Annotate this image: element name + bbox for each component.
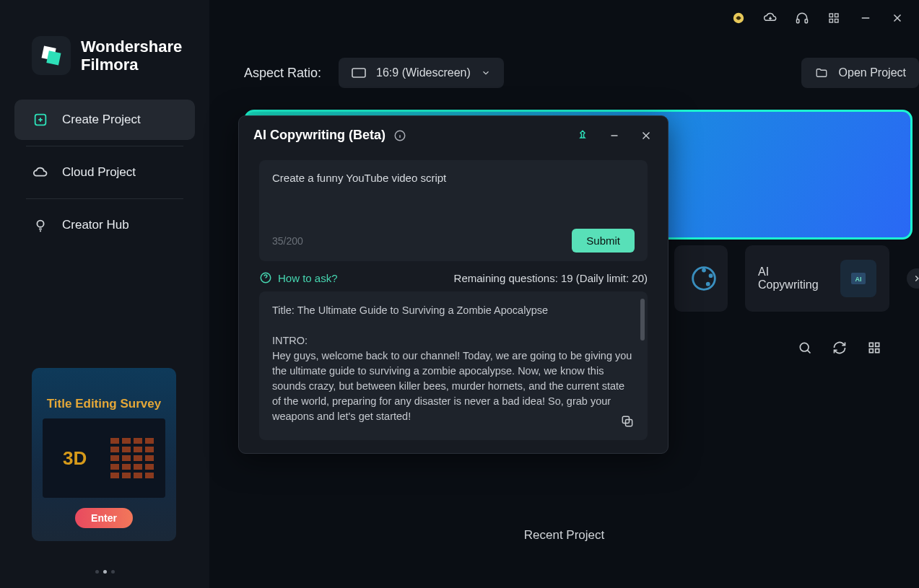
carousel-dots[interactable] bbox=[0, 570, 209, 574]
feature-card-ai-copywriting[interactable]: AI Copywriting AI bbox=[745, 245, 889, 312]
svg-rect-4 bbox=[835, 14, 839, 17]
folder-icon bbox=[814, 66, 829, 79]
svg-rect-3 bbox=[829, 14, 833, 17]
close-icon[interactable] bbox=[890, 11, 905, 25]
aspect-ratio-label: Aspect Ratio: bbox=[244, 66, 321, 81]
film-reel-icon bbox=[687, 261, 720, 296]
svg-rect-18 bbox=[352, 69, 365, 77]
result-text[interactable]: Title: The Ultimate Guide to Surviving a… bbox=[272, 303, 635, 440]
svg-line-26 bbox=[807, 350, 810, 353]
grid-view-icon[interactable] bbox=[867, 341, 881, 358]
result-box: Title: The Ultimate Guide to Surviving a… bbox=[259, 291, 648, 440]
plus-square-icon bbox=[32, 111, 49, 128]
prompt-box: Create a funny YouTube video script 35/2… bbox=[259, 160, 648, 261]
prompt-input[interactable]: Create a funny YouTube video script bbox=[272, 172, 635, 204]
sidebar-item-label: Cloud Project bbox=[62, 165, 136, 180]
dialog-title: AI Copywriting (Beta) bbox=[253, 128, 386, 143]
feature-card-partial[interactable] bbox=[674, 245, 728, 312]
divider bbox=[26, 198, 183, 199]
recent-project-label: Recent Project bbox=[209, 528, 919, 543]
survey-preview: 3D bbox=[43, 418, 165, 498]
dialog-header: AI Copywriting (Beta) bbox=[239, 116, 668, 150]
sidebar-item-label: Creator Hub bbox=[62, 218, 129, 232]
survey-3d-badge: 3D bbox=[63, 447, 87, 470]
open-project-button[interactable]: Open Project bbox=[801, 58, 919, 88]
open-project-label: Open Project bbox=[839, 66, 906, 79]
app-logo: Wondershare Filmora bbox=[0, 0, 209, 97]
feature-next-button[interactable] bbox=[907, 268, 919, 289]
help-row: How to ask? Remaining questions: 19 (Dai… bbox=[259, 271, 648, 284]
app-name-2: Filmora bbox=[81, 56, 182, 74]
grid-icon[interactable] bbox=[827, 11, 841, 25]
aspect-ratio-select[interactable]: 16:9 (Widescreen) bbox=[339, 58, 504, 88]
scrollbar[interactable] bbox=[640, 299, 645, 341]
title-bar bbox=[209, 0, 919, 36]
survey-card[interactable]: Title Editing Survey 3D Enter bbox=[32, 368, 176, 541]
aspect-ratio-value: 16:9 (Widescreen) bbox=[376, 66, 471, 79]
svg-rect-6 bbox=[835, 19, 839, 23]
search-icon[interactable] bbox=[798, 341, 812, 358]
svg-rect-1 bbox=[797, 19, 799, 23]
svg-rect-30 bbox=[876, 349, 879, 353]
svg-point-20 bbox=[702, 268, 706, 273]
widescreen-icon bbox=[352, 68, 366, 78]
survey-thumb-grid bbox=[110, 438, 154, 478]
sidebar-item-label: Create Project bbox=[62, 113, 141, 127]
svg-point-21 bbox=[709, 273, 713, 278]
pin-icon[interactable] bbox=[575, 128, 590, 143]
remaining-questions: Remaining questions: 19 (Daily limit: 20… bbox=[454, 272, 648, 284]
minimize-icon[interactable] bbox=[858, 11, 873, 25]
feature-label: AI Copywriting bbox=[758, 266, 830, 291]
sidebar-item-create-project[interactable]: Create Project bbox=[14, 100, 195, 140]
divider bbox=[26, 146, 183, 146]
sidebar-item-cloud-project[interactable]: Cloud Project bbox=[14, 152, 195, 193]
survey-title: Title Editing Survey bbox=[47, 397, 161, 411]
coin-icon[interactable] bbox=[731, 11, 746, 25]
refresh-icon[interactable] bbox=[832, 341, 847, 358]
project-action-icons bbox=[798, 341, 881, 358]
copy-icon[interactable] bbox=[620, 414, 636, 430]
ai-copywriting-dialog: AI Copywriting (Beta) Create a funny You… bbox=[238, 115, 668, 454]
char-counter: 35/200 bbox=[272, 235, 303, 247]
svg-rect-28 bbox=[876, 343, 879, 346]
svg-point-25 bbox=[800, 343, 809, 351]
headset-icon[interactable] bbox=[795, 11, 809, 25]
bulb-icon bbox=[32, 216, 49, 234]
svg-rect-2 bbox=[805, 19, 807, 23]
dialog-close-icon[interactable] bbox=[639, 128, 653, 143]
svg-text:AI: AI bbox=[855, 276, 861, 283]
app-name-1: Wondershare bbox=[81, 38, 182, 56]
sidebar: Wondershare Filmora Create Project Cloud… bbox=[0, 0, 209, 588]
top-row: Aspect Ratio: 16:9 (Widescreen) Open Pro… bbox=[244, 58, 919, 88]
svg-rect-29 bbox=[869, 349, 873, 353]
how-to-ask-label: How to ask? bbox=[278, 272, 338, 284]
svg-rect-27 bbox=[869, 343, 873, 346]
chevron-down-icon bbox=[481, 68, 491, 78]
submit-button[interactable]: Submit bbox=[572, 229, 635, 253]
ai-copywriting-icon: AI bbox=[840, 260, 876, 297]
sidebar-item-creator-hub[interactable]: Creator Hub bbox=[14, 205, 195, 245]
how-to-ask-link[interactable]: How to ask? bbox=[259, 271, 338, 284]
info-icon[interactable] bbox=[393, 128, 407, 143]
svg-rect-11 bbox=[46, 51, 61, 65]
survey-enter-button[interactable]: Enter bbox=[75, 508, 133, 528]
filmora-logo-icon bbox=[32, 36, 71, 75]
cloud-download-icon[interactable] bbox=[763, 11, 778, 25]
cloud-icon bbox=[32, 164, 49, 181]
dialog-minimize-icon[interactable] bbox=[607, 128, 622, 143]
svg-rect-5 bbox=[829, 19, 833, 23]
chevron-right-icon bbox=[912, 273, 919, 284]
question-circle-icon bbox=[259, 271, 272, 284]
svg-point-15 bbox=[37, 221, 43, 227]
svg-point-22 bbox=[706, 282, 710, 286]
